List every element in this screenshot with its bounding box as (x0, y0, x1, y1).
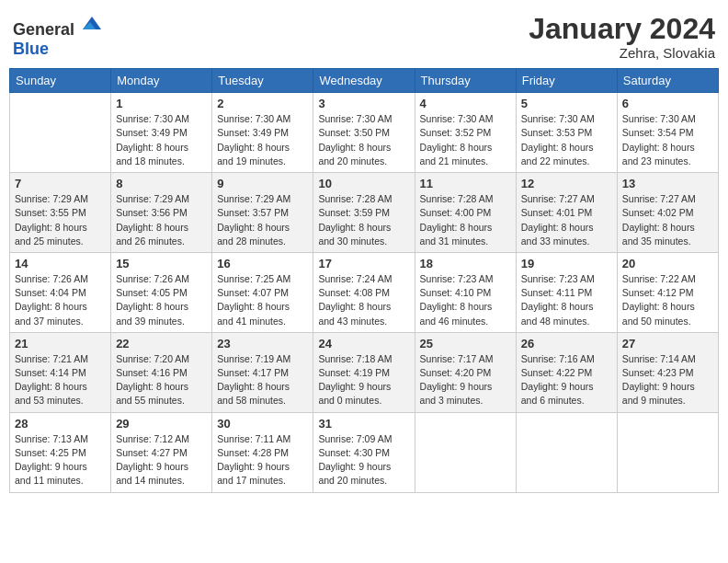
logo-icon (81, 13, 103, 35)
day-info: Sunrise: 7:27 AMSunset: 4:01 PMDaylight:… (521, 192, 612, 248)
day-number: 4 (420, 97, 511, 110)
day-number: 31 (318, 417, 409, 431)
day-number: 20 (622, 257, 713, 270)
calendar-cell: 13Sunrise: 7:27 AMSunset: 4:02 PMDayligh… (617, 173, 718, 253)
weekday-header-monday: Monday (111, 69, 212, 93)
day-info: Sunrise: 7:29 AMSunset: 3:56 PMDaylight:… (116, 192, 207, 248)
calendar-cell: 30Sunrise: 7:11 AMSunset: 4:28 PMDayligh… (212, 412, 313, 492)
calendar-cell: 15Sunrise: 7:26 AMSunset: 4:05 PMDayligh… (111, 252, 212, 332)
day-number: 21 (15, 337, 106, 350)
day-info: Sunrise: 7:30 AMSunset: 3:50 PMDaylight:… (318, 112, 409, 168)
calendar-cell: 28Sunrise: 7:13 AMSunset: 4:25 PMDayligh… (10, 412, 111, 492)
calendar-week-row: 7Sunrise: 7:29 AMSunset: 3:55 PMDaylight… (10, 173, 719, 253)
calendar-cell: 2Sunrise: 7:30 AMSunset: 3:49 PMDaylight… (212, 93, 313, 173)
day-number: 30 (217, 417, 308, 431)
day-number: 9 (217, 177, 308, 190)
calendar-cell: 26Sunrise: 7:16 AMSunset: 4:22 PMDayligh… (516, 332, 617, 412)
calendar-cell: 25Sunrise: 7:17 AMSunset: 4:20 PMDayligh… (415, 332, 516, 412)
calendar-cell: 20Sunrise: 7:22 AMSunset: 4:12 PMDayligh… (617, 252, 718, 332)
day-number: 5 (521, 97, 612, 110)
day-number: 12 (521, 177, 612, 190)
day-info: Sunrise: 7:09 AMSunset: 4:30 PMDaylight:… (318, 432, 409, 488)
logo-general: General (13, 20, 74, 39)
day-info: Sunrise: 7:12 AMSunset: 4:27 PMDaylight:… (116, 432, 207, 488)
calendar-cell (415, 412, 516, 492)
day-info: Sunrise: 7:17 AMSunset: 4:20 PMDaylight:… (420, 352, 511, 408)
day-info: Sunrise: 7:21 AMSunset: 4:14 PMDaylight:… (15, 352, 106, 408)
calendar-week-row: 28Sunrise: 7:13 AMSunset: 4:25 PMDayligh… (10, 412, 719, 492)
calendar-cell: 23Sunrise: 7:19 AMSunset: 4:17 PMDayligh… (212, 332, 313, 412)
calendar-cell: 24Sunrise: 7:18 AMSunset: 4:19 PMDayligh… (313, 332, 415, 412)
day-info: Sunrise: 7:11 AMSunset: 4:28 PMDaylight:… (217, 432, 308, 488)
day-number: 16 (217, 257, 308, 270)
weekday-header-tuesday: Tuesday (212, 69, 313, 93)
day-info: Sunrise: 7:18 AMSunset: 4:19 PMDaylight:… (318, 352, 409, 408)
day-number: 11 (420, 177, 511, 190)
calendar-table: SundayMondayTuesdayWednesdayThursdayFrid… (9, 68, 719, 492)
day-info: Sunrise: 7:20 AMSunset: 4:16 PMDaylight:… (116, 352, 207, 408)
day-number: 15 (116, 257, 207, 270)
calendar-cell: 19Sunrise: 7:23 AMSunset: 4:11 PMDayligh… (516, 252, 617, 332)
day-number: 27 (622, 337, 713, 350)
calendar-week-row: 21Sunrise: 7:21 AMSunset: 4:14 PMDayligh… (10, 332, 719, 412)
location-subtitle: Zehra, Slovakia (529, 45, 715, 61)
logo-blue: Blue (13, 40, 49, 58)
calendar-cell: 8Sunrise: 7:29 AMSunset: 3:56 PMDaylight… (111, 173, 212, 253)
day-info: Sunrise: 7:27 AMSunset: 4:02 PMDaylight:… (622, 192, 713, 248)
month-year-title: January 2024 (529, 13, 715, 45)
day-info: Sunrise: 7:23 AMSunset: 4:10 PMDaylight:… (420, 272, 511, 328)
day-number: 10 (318, 177, 409, 190)
day-info: Sunrise: 7:26 AMSunset: 4:05 PMDaylight:… (116, 272, 207, 328)
day-number: 22 (116, 337, 207, 350)
day-number: 6 (622, 97, 713, 110)
calendar-cell: 18Sunrise: 7:23 AMSunset: 4:10 PMDayligh… (415, 252, 516, 332)
day-info: Sunrise: 7:23 AMSunset: 4:11 PMDaylight:… (521, 272, 612, 328)
day-number: 26 (521, 337, 612, 350)
day-info: Sunrise: 7:29 AMSunset: 3:55 PMDaylight:… (15, 192, 106, 248)
weekday-header-wednesday: Wednesday (313, 69, 415, 93)
calendar-cell (617, 412, 718, 492)
day-number: 28 (15, 417, 106, 431)
logo: General Blue (13, 13, 103, 59)
calendar-cell: 29Sunrise: 7:12 AMSunset: 4:27 PMDayligh… (111, 412, 212, 492)
day-info: Sunrise: 7:28 AMSunset: 3:59 PMDaylight:… (318, 192, 409, 248)
day-number: 23 (217, 337, 308, 350)
logo-text: General Blue (13, 13, 103, 59)
title-block: January 2024 Zehra, Slovakia (529, 13, 715, 61)
page-header: General Blue January 2024 Zehra, Slovaki… (9, 9, 719, 61)
calendar-cell: 11Sunrise: 7:28 AMSunset: 4:00 PMDayligh… (415, 173, 516, 253)
day-number: 19 (521, 257, 612, 270)
weekday-header-friday: Friday (516, 69, 617, 93)
day-number: 14 (15, 257, 106, 270)
calendar-cell (516, 412, 617, 492)
day-info: Sunrise: 7:14 AMSunset: 4:23 PMDaylight:… (622, 352, 713, 408)
weekday-header-thursday: Thursday (415, 69, 516, 93)
calendar-cell: 12Sunrise: 7:27 AMSunset: 4:01 PMDayligh… (516, 173, 617, 253)
day-info: Sunrise: 7:25 AMSunset: 4:07 PMDaylight:… (217, 272, 308, 328)
day-info: Sunrise: 7:16 AMSunset: 4:22 PMDaylight:… (521, 352, 612, 408)
day-number: 2 (217, 97, 308, 110)
day-info: Sunrise: 7:30 AMSunset: 3:49 PMDaylight:… (217, 112, 308, 168)
day-info: Sunrise: 7:30 AMSunset: 3:53 PMDaylight:… (521, 112, 612, 168)
day-info: Sunrise: 7:30 AMSunset: 3:52 PMDaylight:… (420, 112, 511, 168)
calendar-cell: 16Sunrise: 7:25 AMSunset: 4:07 PMDayligh… (212, 252, 313, 332)
calendar-week-row: 14Sunrise: 7:26 AMSunset: 4:04 PMDayligh… (10, 252, 719, 332)
day-number: 7 (15, 177, 106, 190)
calendar-cell: 17Sunrise: 7:24 AMSunset: 4:08 PMDayligh… (313, 252, 415, 332)
day-number: 13 (622, 177, 713, 190)
calendar-cell: 7Sunrise: 7:29 AMSunset: 3:55 PMDaylight… (10, 173, 111, 253)
day-number: 1 (116, 97, 207, 110)
calendar-cell: 14Sunrise: 7:26 AMSunset: 4:04 PMDayligh… (10, 252, 111, 332)
calendar-cell: 31Sunrise: 7:09 AMSunset: 4:30 PMDayligh… (313, 412, 415, 492)
day-info: Sunrise: 7:19 AMSunset: 4:17 PMDaylight:… (217, 352, 308, 408)
day-number: 18 (420, 257, 511, 270)
calendar-cell: 1Sunrise: 7:30 AMSunset: 3:49 PMDaylight… (111, 93, 212, 173)
day-info: Sunrise: 7:30 AMSunset: 3:49 PMDaylight:… (116, 112, 207, 168)
calendar-cell: 10Sunrise: 7:28 AMSunset: 3:59 PMDayligh… (313, 173, 415, 253)
calendar-cell: 9Sunrise: 7:29 AMSunset: 3:57 PMDaylight… (212, 173, 313, 253)
day-number: 24 (318, 337, 409, 350)
day-number: 3 (318, 97, 409, 110)
day-number: 29 (116, 417, 207, 431)
day-info: Sunrise: 7:13 AMSunset: 4:25 PMDaylight:… (15, 432, 106, 488)
weekday-header-sunday: Sunday (10, 69, 111, 93)
